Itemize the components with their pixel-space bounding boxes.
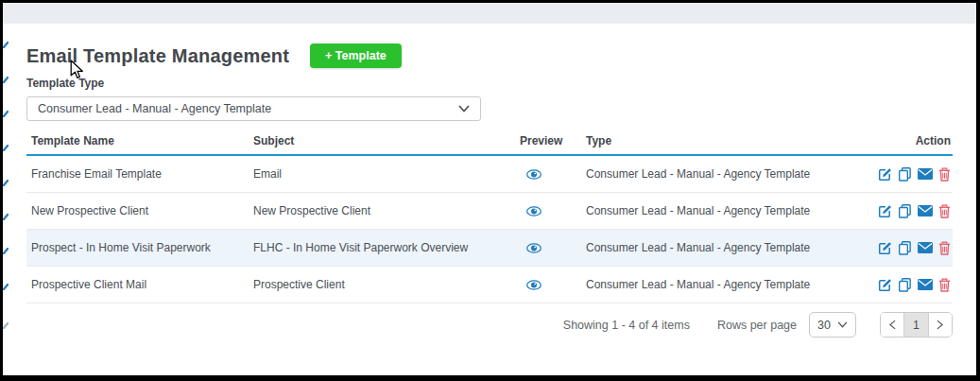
mail-icon xyxy=(918,168,933,180)
edit-button[interactable] xyxy=(878,204,892,218)
column-header-preview: Preview xyxy=(520,134,586,147)
table-footer: Showing 1 - 4 of 4 items Rows per page 3… xyxy=(26,312,953,338)
column-header-action: Action xyxy=(858,134,953,147)
templates-table: Template Name Subject Preview Type Actio… xyxy=(26,134,953,338)
mail-icon xyxy=(918,205,933,216)
copy-icon xyxy=(898,204,912,218)
copy-button[interactable] xyxy=(898,167,912,182)
delete-button[interactable] xyxy=(938,167,951,182)
pager: 1 xyxy=(880,312,953,338)
preview-button[interactable] xyxy=(526,169,542,180)
page-number-button[interactable]: 1 xyxy=(903,313,928,337)
add-template-button[interactable]: + Template xyxy=(310,43,402,68)
top-bar xyxy=(3,3,976,24)
mail-button[interactable] xyxy=(918,279,933,290)
table-row: Prospective Client Mail Prospective Clie… xyxy=(26,267,953,303)
delete-icon xyxy=(938,167,951,182)
cell-template-name: Prospect - In Home Visit Paperwork xyxy=(26,241,253,254)
eye-icon xyxy=(526,280,542,290)
mail-icon xyxy=(918,279,933,290)
cell-template-name: Franchise Email Template xyxy=(26,167,253,181)
chevron-right-icon xyxy=(937,320,943,330)
edit-icon xyxy=(878,204,892,218)
delete-icon xyxy=(938,241,951,255)
delete-button[interactable] xyxy=(938,204,951,218)
mail-button[interactable] xyxy=(918,205,933,216)
edit-button[interactable] xyxy=(878,278,892,292)
table-row: Franchise Email Template Email Consumer … xyxy=(26,156,953,193)
delete-icon xyxy=(938,278,951,292)
mail-icon xyxy=(918,242,933,253)
cell-type: Consumer Lead - Manual - Agency Template xyxy=(586,204,858,217)
chevron-left-icon xyxy=(889,320,896,330)
copy-button[interactable] xyxy=(898,278,912,292)
cell-subject: New Prospective Client xyxy=(253,204,520,217)
column-header-subject[interactable]: Subject xyxy=(253,134,520,147)
cell-template-name: New Prospective Client xyxy=(26,204,253,217)
column-header-template-name[interactable]: Template Name xyxy=(26,134,253,147)
table-row: Prospect - In Home Visit Paperwork FLHC … xyxy=(26,230,953,267)
page-title: Email Template Management xyxy=(26,45,289,67)
cell-subject: FLHC - In Home Visit Paperwork Overview xyxy=(253,241,520,254)
delete-button[interactable] xyxy=(938,241,951,255)
edit-icon xyxy=(878,278,892,292)
preview-button[interactable] xyxy=(526,206,542,216)
cell-type: Consumer Lead - Manual - Agency Template xyxy=(586,167,858,181)
app-window: Email Template Management + Template Tem… xyxy=(0,0,980,381)
mail-button[interactable] xyxy=(918,242,933,253)
chevron-down-icon xyxy=(458,105,470,113)
eye-icon xyxy=(526,206,542,216)
edit-icon xyxy=(878,167,892,182)
delete-icon xyxy=(938,204,951,218)
cell-subject: Email xyxy=(253,167,520,181)
next-page-button[interactable] xyxy=(929,313,952,337)
edit-icon xyxy=(878,241,892,255)
template-type-select[interactable]: Consumer Lead - Manual - Agency Template xyxy=(26,96,481,121)
eye-icon xyxy=(526,169,542,180)
column-header-type[interactable]: Type xyxy=(586,134,858,147)
copy-icon xyxy=(898,167,912,182)
copy-icon xyxy=(898,278,912,292)
cell-type: Consumer Lead - Manual - Agency Template xyxy=(586,241,858,254)
delete-button[interactable] xyxy=(938,278,951,292)
preview-button[interactable] xyxy=(526,280,542,290)
mail-button[interactable] xyxy=(918,168,933,180)
cell-type: Consumer Lead - Manual - Agency Template xyxy=(586,278,858,291)
cell-template-name: Prospective Client Mail xyxy=(26,278,253,291)
rows-per-page-label: Rows per page xyxy=(717,319,797,332)
rows-per-page-select[interactable]: 30 xyxy=(809,312,856,338)
template-type-label: Template Type xyxy=(26,77,953,90)
chevron-down-icon xyxy=(837,321,848,328)
prev-page-button[interactable] xyxy=(881,313,903,337)
edit-button[interactable] xyxy=(878,241,892,255)
table-header-row: Template Name Subject Preview Type Actio… xyxy=(26,134,953,156)
copy-icon xyxy=(898,241,912,255)
rows-per-page-value: 30 xyxy=(817,319,831,332)
preview-button[interactable] xyxy=(526,243,542,253)
table-row: New Prospective Client New Prospective C… xyxy=(26,193,953,230)
edit-button[interactable] xyxy=(878,167,892,182)
template-type-selected-value: Consumer Lead - Manual - Agency Template xyxy=(38,102,271,115)
copy-button[interactable] xyxy=(898,241,912,255)
cell-subject: Prospective Client xyxy=(253,278,520,291)
copy-button[interactable] xyxy=(898,204,912,218)
eye-icon xyxy=(526,243,542,253)
pagination-info: Showing 1 - 4 of 4 items xyxy=(563,319,690,332)
